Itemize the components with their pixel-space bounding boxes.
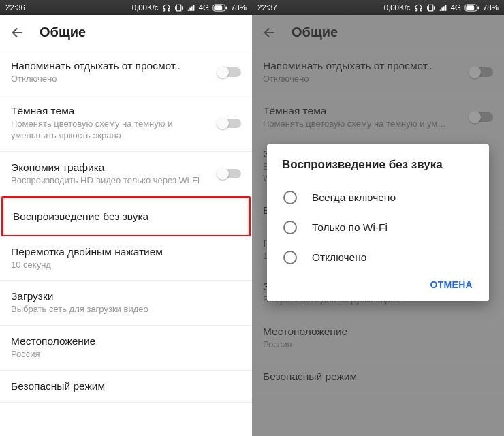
app-header: Общие	[0, 15, 252, 50]
svg-rect-4	[225, 6, 227, 9]
cancel-button[interactable]: ОТМЕНА	[430, 279, 473, 290]
phone-left: 22:36 0,00K/c 4G 78% Общие Напоминать от…	[0, 0, 252, 436]
svg-rect-8	[466, 5, 474, 10]
status-time: 22:37	[257, 3, 277, 12]
status-4g: 4G	[199, 3, 209, 12]
item-sub: 10 секунд	[11, 260, 241, 271]
vibrate-icon	[426, 3, 435, 12]
item-label: Местоположение	[11, 335, 241, 347]
dialog-option-wifi[interactable]: Только по Wi-Fi	[282, 213, 474, 243]
back-button[interactable]	[8, 23, 27, 42]
setting-dark-theme[interactable]: Тёмная тема Поменять цветовую схему на т…	[0, 95, 252, 152]
item-sub: Воспроизводить HD-видео только через Wi-…	[11, 175, 211, 187]
item-sub: Россия	[11, 349, 241, 360]
signal-icon	[187, 3, 195, 12]
svg-rect-1	[168, 8, 170, 10]
item-label: Экономия трафика	[11, 161, 211, 174]
phone-right: 22:37 0,00K/c 4G 78% Общие Напоминать от…	[252, 0, 504, 436]
headphones-icon	[162, 3, 171, 12]
status-bar: 22:37 0,00K/c 4G 78%	[252, 0, 504, 15]
settings-list: Напоминать отдыхать от просмот.. Отключе…	[0, 50, 252, 436]
setting-data-saver[interactable]: Экономия трафика Воспроизводить HD-видео…	[0, 152, 252, 197]
item-sub: Отключено	[11, 74, 211, 85]
setting-location[interactable]: Местоположение Россия	[0, 326, 252, 371]
item-label: Загрузки	[11, 290, 241, 302]
setting-muted-playback[interactable]: Воспроизведение без звука	[1, 196, 251, 237]
toggle-switch[interactable]	[218, 67, 241, 77]
status-bar: 22:36 0,00K/c 4G 78%	[0, 0, 252, 15]
headphones-icon	[414, 3, 423, 12]
item-sub: Выбрать сеть для загрузки видео	[11, 304, 241, 315]
svg-rect-0	[163, 8, 164, 10]
dialog-option-always[interactable]: Всегда включено	[282, 183, 474, 213]
status-time: 22:36	[5, 3, 25, 12]
battery-icon	[212, 4, 227, 12]
svg-rect-3	[214, 5, 222, 10]
status-net: 0,00K/c	[132, 3, 159, 12]
setting-double-tap-seek[interactable]: Перемотка двойным нажатием 10 секунд	[0, 236, 252, 281]
muted-playback-dialog: Воспроизведение без звука Всегда включен…	[267, 144, 489, 301]
setting-downloads[interactable]: Загрузки Выбрать сеть для загрузки видео	[0, 281, 252, 326]
item-label: Безопасный режим	[11, 380, 241, 392]
option-label: Только по Wi-Fi	[312, 221, 388, 234]
toggle-switch[interactable]	[218, 119, 241, 128]
option-label: Отключено	[312, 251, 366, 264]
item-label: Перемотка двойным нажатием	[11, 246, 241, 258]
item-sub: Поменять цветовую схему на темную и умен…	[11, 119, 211, 142]
status-battery: 78%	[231, 3, 247, 12]
radio-icon	[283, 191, 297, 204]
status-4g: 4G	[451, 3, 461, 12]
page-title: Общие	[40, 25, 86, 40]
radio-icon	[283, 221, 297, 234]
signal-icon	[439, 3, 447, 12]
radio-icon	[283, 251, 297, 264]
item-label: Тёмная тема	[11, 105, 211, 117]
dialog-option-off[interactable]: Отключено	[282, 243, 474, 272]
status-net: 0,00K/c	[384, 3, 411, 12]
dialog-title: Воспроизведение без звука	[282, 158, 474, 172]
setting-reminder[interactable]: Напоминать отдыхать от просмот.. Отключе…	[0, 50, 252, 95]
svg-rect-6	[420, 8, 422, 10]
vibrate-icon	[174, 3, 183, 12]
item-label: Напоминать отдыхать от просмот..	[11, 60, 211, 72]
setting-restricted-mode[interactable]: Безопасный режим	[0, 371, 252, 403]
svg-rect-9	[477, 6, 479, 9]
battery-icon	[464, 4, 479, 12]
option-label: Всегда включено	[312, 191, 396, 204]
toggle-switch[interactable]	[218, 169, 241, 178]
status-battery: 78%	[483, 3, 499, 12]
svg-rect-5	[415, 8, 416, 10]
item-label: Воспроизведение без звука	[13, 211, 239, 223]
